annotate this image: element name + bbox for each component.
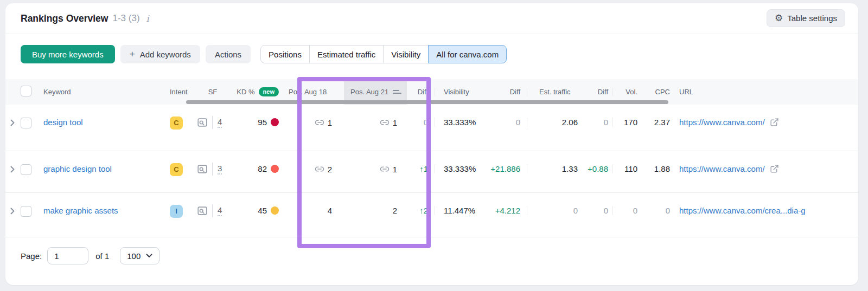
column-header-volume[interactable]: Vol. bbox=[613, 88, 642, 96]
chevron-down-icon bbox=[146, 254, 152, 258]
column-header-sf[interactable]: SF bbox=[196, 88, 229, 96]
page-size-value: 100 bbox=[127, 251, 141, 261]
link-icon[interactable] bbox=[380, 164, 390, 174]
serp-features-icon[interactable] bbox=[196, 117, 208, 128]
add-keywords-label: Add keywords bbox=[140, 50, 191, 59]
kd-value: 82 bbox=[258, 164, 267, 173]
kd-value: 45 bbox=[258, 206, 267, 215]
actions-button[interactable]: Actions bbox=[206, 45, 251, 63]
add-keywords-button[interactable]: + Add keywords bbox=[120, 45, 200, 63]
link-icon[interactable] bbox=[380, 118, 390, 127]
column-header-diff-pos[interactable]: Diff bbox=[407, 88, 435, 96]
link-icon[interactable] bbox=[315, 118, 324, 127]
external-link-icon[interactable] bbox=[770, 118, 779, 127]
column-header-diff-visibility[interactable]: Diff bbox=[485, 88, 527, 96]
rankings-overview-card: Rankings Overview 1-3 (3) i ⚙ Table sett… bbox=[5, 3, 858, 285]
est-traffic-value: 2.06 bbox=[527, 118, 582, 127]
url-link[interactable]: https://www.canva.com/ bbox=[679, 118, 765, 127]
position-value: 2 bbox=[393, 206, 397, 215]
tab-estimated-traffic[interactable]: Estimated traffic bbox=[309, 45, 384, 63]
row-checkbox[interactable] bbox=[21, 206, 31, 217]
visibility-value: 11.447% bbox=[435, 206, 485, 215]
sf-count[interactable]: 4 bbox=[218, 117, 222, 128]
kd-difficulty-dot bbox=[271, 118, 279, 126]
cpc-value: 1.88 bbox=[642, 164, 675, 173]
table-settings-button[interactable]: ⚙ Table settings bbox=[767, 9, 845, 27]
cpc-value: 2.37 bbox=[642, 118, 675, 127]
kd-value: 95 bbox=[258, 118, 267, 127]
column-header-est-traffic[interactable]: Est. traffic bbox=[527, 88, 582, 96]
url-link[interactable]: https://www.canva.com/crea...dia-g bbox=[679, 206, 806, 215]
intent-badge[interactable]: I bbox=[170, 205, 183, 218]
tab-positions[interactable]: Positions bbox=[260, 45, 310, 63]
row-checkbox[interactable] bbox=[21, 164, 31, 175]
expand-row-icon[interactable] bbox=[10, 166, 15, 173]
page-number-input[interactable] bbox=[47, 247, 88, 264]
table-row: graphic design tool C 3 82 2 bbox=[5, 151, 858, 193]
intent-badge[interactable]: C bbox=[170, 117, 183, 130]
divider bbox=[212, 204, 213, 217]
card-header: Rankings Overview 1-3 (3) i ⚙ Table sett… bbox=[5, 3, 858, 34]
diff-position: 0 bbox=[407, 118, 435, 127]
diff-visibility: +21.886 bbox=[485, 164, 527, 173]
est-traffic-value: 1.33 bbox=[527, 164, 582, 173]
horizontal-scrollbar[interactable] bbox=[186, 100, 668, 104]
sf-count[interactable]: 3 bbox=[218, 164, 222, 174]
volume-value: 0 bbox=[613, 206, 642, 215]
external-link-icon[interactable] bbox=[770, 164, 779, 173]
page-title: Rankings Overview bbox=[21, 13, 108, 24]
position-value: 2 bbox=[328, 165, 332, 174]
row-checkbox[interactable] bbox=[21, 118, 31, 128]
diff-traffic: 0 bbox=[582, 206, 613, 215]
expand-row-icon[interactable] bbox=[10, 208, 15, 215]
result-range: 1-3 (3) bbox=[112, 13, 139, 24]
column-header-intent[interactable]: Intent bbox=[167, 88, 196, 96]
column-header-visibility[interactable]: Visibility bbox=[435, 88, 485, 96]
serp-features-icon[interactable] bbox=[196, 163, 208, 175]
tab-visibility[interactable]: Visibility bbox=[383, 45, 429, 63]
sf-count[interactable]: 4 bbox=[218, 205, 222, 216]
keyword-link[interactable]: design tool bbox=[43, 118, 83, 127]
pos-aug21-label: Pos. Aug 21 bbox=[350, 88, 388, 96]
url-link[interactable]: https://www.canva.com/ bbox=[679, 164, 765, 173]
serp-features-icon[interactable] bbox=[196, 205, 208, 217]
column-header-pos-aug18[interactable]: Pos. Aug 18 bbox=[282, 88, 344, 96]
column-header-keyword[interactable]: Keyword bbox=[39, 88, 167, 96]
kd-difficulty-dot bbox=[271, 206, 279, 215]
position-value: 1 bbox=[393, 118, 397, 127]
volume-value: 170 bbox=[613, 118, 642, 127]
keyword-link[interactable]: make graphic assets bbox=[43, 206, 118, 215]
keyword-link[interactable]: graphic design tool bbox=[43, 164, 112, 173]
diff-position: ↑2 bbox=[407, 206, 435, 215]
diff-visibility: +4.212 bbox=[485, 206, 527, 215]
rankings-table: Keyword Intent SF KD % new Pos. Aug 18 P… bbox=[5, 79, 858, 237]
info-icon[interactable]: i bbox=[146, 14, 149, 24]
column-header-diff-traffic[interactable]: Diff bbox=[582, 88, 613, 96]
table-header-row: Keyword Intent SF KD % new Pos. Aug 18 P… bbox=[5, 79, 858, 105]
page-label: Page: bbox=[21, 251, 42, 261]
plus-icon: + bbox=[130, 49, 135, 60]
view-tabs: Positions Estimated traffic Visibility A… bbox=[260, 45, 507, 63]
visibility-value: 33.333% bbox=[435, 118, 485, 127]
link-icon[interactable] bbox=[315, 164, 324, 174]
kd-difficulty-dot bbox=[271, 165, 279, 173]
kd-header-label: KD % bbox=[237, 88, 254, 96]
tab-all-for-domain[interactable]: All for canva.com bbox=[428, 45, 507, 63]
column-header-cpc[interactable]: CPC bbox=[642, 88, 675, 96]
table-row: make graphic assets I 4 45 4 2 ↑2 11.447… bbox=[5, 193, 858, 237]
diff-traffic: 0 bbox=[582, 118, 613, 127]
est-traffic-value: 0 bbox=[527, 206, 582, 215]
table-settings-label: Table settings bbox=[787, 14, 837, 23]
column-header-kd[interactable]: KD % new bbox=[229, 87, 282, 96]
intent-badge[interactable]: C bbox=[170, 163, 183, 176]
diff-traffic: +0.88 bbox=[582, 164, 613, 173]
position-value: 1 bbox=[393, 165, 397, 174]
gear-icon: ⚙ bbox=[775, 14, 783, 23]
expand-row-icon[interactable] bbox=[10, 119, 15, 126]
buy-more-keywords-button[interactable]: Buy more keywords bbox=[21, 45, 115, 63]
divider bbox=[212, 116, 213, 129]
page-size-select[interactable]: 100 bbox=[120, 247, 159, 264]
position-value: 1 bbox=[328, 118, 332, 127]
column-header-url[interactable]: URL bbox=[675, 88, 858, 96]
select-all-checkbox[interactable] bbox=[21, 86, 31, 96]
